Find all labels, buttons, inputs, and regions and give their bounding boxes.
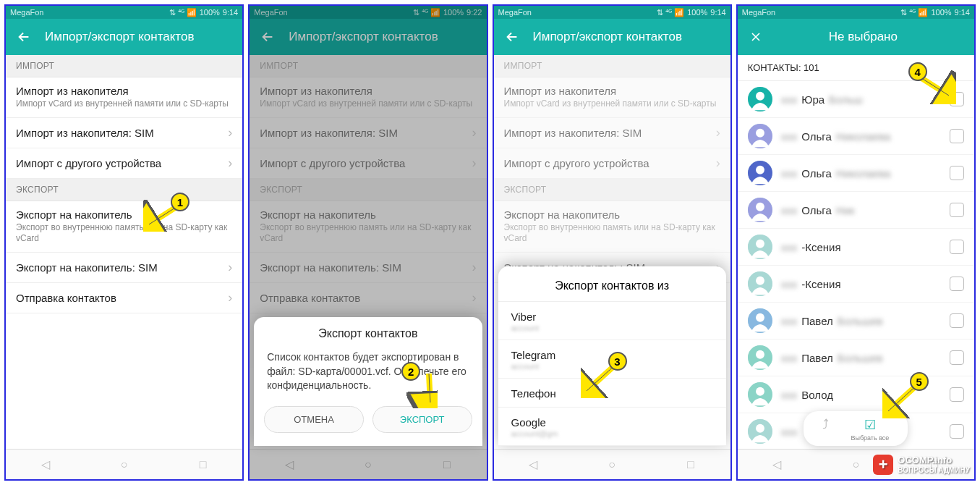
contact-name: xxx-Ксения [781, 241, 941, 253]
phone-screen-2: MegaFon ⇅ ⁴ᴳ 📶 100% 9:22 Импорт/экспорт … [248, 4, 487, 481]
svg-point-18 [756, 350, 764, 359]
item-import-device: Импорт с другого устройства› [494, 148, 730, 179]
time-label: 9:14 [955, 8, 970, 17]
page-title: Импорт/экспорт контактов [533, 30, 682, 44]
item-title: Импорт с другого устройства [16, 157, 222, 169]
svg-point-14 [756, 277, 764, 285]
battery-label: 100% [931, 8, 951, 17]
share-button[interactable]: ⤴ [822, 417, 829, 442]
nav-home-icon[interactable]: ○ [601, 454, 623, 476]
phone-screen-3: MegaFon ⇅ ⁴ᴳ 📶100%9:14 Импорт/экспорт ко… [493, 4, 732, 481]
chevron-right-icon: › [228, 260, 232, 275]
carrier-label: MegaFon [10, 8, 43, 17]
page-title: Импорт/экспорт контактов [45, 30, 194, 44]
contact-checkbox[interactable] [950, 350, 964, 365]
app-bar: Импорт/экспорт контактов [494, 19, 730, 55]
item-subtitle: Экспорт во внутреннюю память или на SD-к… [16, 222, 232, 245]
svg-point-4 [756, 92, 764, 101]
watermark-logo-icon: + [873, 455, 893, 475]
avatar-icon [748, 235, 772, 259]
time-label: 9:14 [710, 8, 725, 17]
avatar-icon [748, 161, 772, 185]
svg-point-16 [756, 313, 764, 322]
contact-name: xxx-Ксения [781, 278, 941, 290]
contact-checkbox[interactable] [950, 92, 964, 106]
svg-point-22 [756, 424, 764, 433]
contact-row[interactable]: xxxПавелБольшев [738, 340, 974, 376]
section-import: ИМПОРТ [6, 55, 242, 77]
nav-back-icon[interactable]: ◁ [766, 454, 788, 476]
contact-row[interactable]: xxxОльгаНиколаева [738, 155, 974, 192]
watermark: + OCOMP.info ВОПРОСЫ АДМИНУ [873, 455, 970, 475]
contact-row[interactable]: xxxОльгаНик [738, 192, 974, 229]
sheet-option-google[interactable]: Googleaccount@gm [498, 408, 726, 446]
battery-label: 100% [200, 8, 220, 17]
select-all-label: Выбрать все [851, 434, 889, 442]
nav-home-icon[interactable]: ○ [845, 454, 866, 476]
item-export-sim[interactable]: Экспорт на накопитель: SIM › [6, 253, 242, 283]
contact-checkbox[interactable] [950, 387, 964, 402]
item-export-storage[interactable]: Экспорт на накопитель Экспорт во внутрен… [6, 201, 242, 253]
contact-row[interactable]: xxxЮраБольш [738, 81, 974, 118]
item-import-device[interactable]: Импорт с другого устройства › [6, 148, 242, 179]
sheet-option-viber[interactable]: Viberaccount [498, 302, 726, 340]
item-subtitle: Импорт vCard из внутренней памяти или с … [504, 98, 720, 110]
contact-checkbox[interactable] [950, 240, 964, 254]
item-import-sim: Импорт из накопителя: SIM› [494, 118, 730, 148]
carrier-label: MegaFon [742, 8, 775, 17]
select-all-button[interactable]: ☑ Выбрать все [851, 417, 889, 442]
nav-back-icon[interactable]: ◁ [522, 454, 544, 476]
sheet-option-telegram[interactable]: Telegramaccount [498, 340, 726, 379]
option-label: Google [511, 416, 713, 429]
cancel-button[interactable]: ОТМЕНА [264, 406, 364, 433]
battery-label: 100% [687, 8, 707, 17]
chevron-right-icon: › [716, 125, 720, 140]
chevron-right-icon: › [228, 156, 232, 171]
sheet-title: Экспорт контактов из [498, 274, 726, 302]
nav-recent-icon[interactable]: □ [192, 454, 214, 476]
item-subtitle: Импорт vCard из внутренней памяти или с … [16, 98, 232, 110]
phone-screen-1: MegaFon ⇅ ⁴ᴳ 📶 100% 9:14 Импорт/экспорт … [4, 4, 244, 481]
export-dialog: Экспорт контактов Список контактов будет… [254, 317, 482, 446]
contact-name: xxxОльгаНиколаева [781, 130, 941, 143]
contact-row[interactable]: xxxПавелБольшев [738, 303, 974, 340]
contact-checkbox[interactable] [950, 129, 964, 143]
contact-checkbox[interactable] [950, 166, 964, 180]
item-title: Экспорт на накопитель [504, 208, 720, 221]
contact-row[interactable]: xxxОльгаНиколаева [738, 118, 974, 155]
chevron-right-icon: › [716, 156, 720, 171]
contact-row[interactable]: xxxВолод [738, 376, 974, 413]
back-icon[interactable] [504, 29, 520, 45]
contact-name: xxxПавелБольшев [781, 352, 941, 364]
item-send-contacts[interactable]: Отправка контактов › [6, 283, 242, 313]
contact-checkbox[interactable] [950, 424, 964, 439]
network-icons: ⇅ ⁴ᴳ 📶 [169, 8, 197, 17]
contact-checkbox[interactable] [950, 313, 964, 328]
contact-checkbox[interactable] [950, 203, 964, 217]
svg-point-6 [756, 129, 764, 138]
contact-name: xxxОльгаНик [781, 204, 941, 216]
avatar-icon [748, 271, 772, 296]
item-import-storage[interactable]: Импорт из накопителя Импорт vCard из вну… [6, 77, 242, 118]
select-all-icon: ☑ [864, 417, 876, 433]
section-export: ЭКСПОРТ [494, 179, 730, 201]
sheet-option-phone[interactable]: Телефон [498, 379, 726, 408]
back-icon[interactable] [16, 29, 32, 45]
contact-checkbox[interactable] [950, 277, 964, 291]
contact-row[interactable]: xxx-Ксения [738, 229, 974, 266]
content-area: ИМПОРТ Импорт из накопителя Импорт vCard… [6, 55, 242, 449]
nav-home-icon[interactable]: ○ [114, 454, 135, 476]
nav-back-icon[interactable]: ◁ [35, 454, 56, 476]
close-icon[interactable] [748, 29, 764, 45]
svg-point-8 [756, 166, 764, 174]
contact-row[interactable]: xxx-Ксения [738, 266, 974, 303]
item-export-storage: Экспорт на накопительЭкспорт во внутренн… [494, 201, 730, 253]
nav-recent-icon[interactable]: □ [680, 454, 702, 476]
svg-point-20 [756, 387, 764, 396]
android-nav-bar: ◁ ○ □ [6, 449, 242, 479]
item-import-sim[interactable]: Импорт из накопителя: SIM › [6, 118, 242, 148]
export-button[interactable]: ЭКСПОРТ [372, 406, 472, 433]
time-label: 9:14 [223, 8, 238, 17]
item-title: Экспорт на накопитель [16, 208, 232, 221]
contact-name: xxxПавелБольшев [781, 315, 941, 327]
